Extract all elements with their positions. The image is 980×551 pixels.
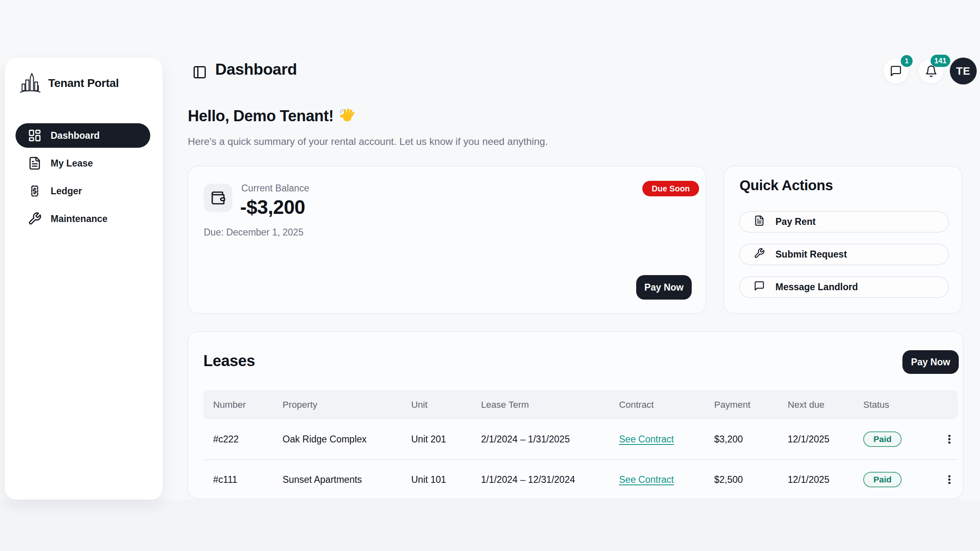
lease-unit: Unit 101	[411, 474, 481, 485]
quick-actions-title: Quick Actions	[739, 177, 833, 193]
sidebar-item-ledger[interactable]: Ledger	[16, 179, 150, 203]
quick-actions-card: Quick Actions Pay Rent Submit Request Me…	[723, 166, 962, 314]
wave-emoji	[339, 107, 356, 125]
column-header-payment: Payment	[714, 400, 788, 410]
message-icon	[754, 280, 765, 294]
greeting-subtitle: Here's a quick summary of your rental ac…	[188, 136, 548, 147]
leases-card: Leases Pay Now Number Property Unit Leas…	[187, 331, 964, 499]
submit-request-button[interactable]: Submit Request	[739, 244, 949, 265]
due-soon-badge: Due Soon	[642, 181, 699, 196]
action-label: Pay Rent	[775, 216, 815, 227]
pay-now-button[interactable]: Pay Now	[636, 275, 692, 300]
file-text-icon	[28, 156, 42, 170]
lease-term: 1/1/2024 – 12/31/2024	[481, 474, 619, 485]
file-text-icon	[754, 215, 765, 229]
kebab-menu-icon	[943, 473, 956, 487]
panel-left-icon	[192, 65, 207, 80]
leases-title: Leases	[203, 352, 255, 370]
lease-row: #c111 Sunset Apartments Unit 101 1/1/202…	[203, 459, 958, 499]
column-header-contract: Contract	[619, 400, 714, 410]
column-header-number: Number	[213, 400, 283, 410]
lease-number: #c111	[213, 474, 283, 485]
status-badge: Paid	[863, 431, 902, 447]
lease-unit: Unit 201	[411, 434, 481, 445]
leases-table: Number Property Unit Lease Term Contract…	[203, 390, 958, 499]
messages-count-badge: 1	[901, 55, 913, 67]
lease-term: 2/1/2024 – 1/31/2025	[481, 434, 619, 445]
see-contract-link[interactable]: See Contract	[619, 474, 674, 485]
wrench-icon	[754, 248, 765, 261]
leases-pay-now-button[interactable]: Pay Now	[902, 350, 959, 374]
sidebar-item-label: Dashboard	[51, 130, 100, 141]
layout-dashboard-icon	[28, 129, 42, 142]
action-label: Submit Request	[775, 249, 847, 260]
wallet-icon-tile	[204, 184, 232, 212]
tenant-portal-app: Tenant Portal Dashboard My Lease Ledger	[0, 0, 980, 551]
sidebar-item-dashboard[interactable]: Dashboard	[16, 123, 150, 148]
brand-name: Tenant Portal	[48, 77, 119, 90]
greeting-title: Hello, Demo Tenant!	[188, 107, 334, 125]
sidebar-toggle-button[interactable]	[190, 63, 209, 82]
wrench-icon	[28, 212, 42, 226]
sidebar-item-label: My Lease	[51, 158, 93, 169]
message-landlord-button[interactable]: Message Landlord	[739, 276, 949, 298]
column-header-next-due: Next due	[788, 400, 863, 410]
action-label: Message Landlord	[775, 282, 858, 293]
sidebar-nav: Dashboard My Lease Ledger Maintenance	[16, 123, 150, 231]
greeting: Hello, Demo Tenant!	[188, 107, 356, 125]
balance-due-date: Due: December 1, 2025	[204, 227, 303, 238]
row-menu-button[interactable]	[941, 469, 958, 490]
lease-payment: $2,500	[714, 474, 788, 485]
lease-row: #c222 Oak Ridge Complex Unit 201 2/1/202…	[203, 419, 958, 459]
lease-payment: $3,200	[714, 434, 788, 445]
kebab-menu-icon	[943, 432, 956, 446]
column-header-property: Property	[283, 400, 411, 410]
wallet-icon	[210, 190, 226, 206]
pay-rent-button[interactable]: Pay Rent	[739, 211, 949, 233]
sidebar-item-my-lease[interactable]: My Lease	[16, 151, 150, 176]
balance-label: Current Balance	[241, 183, 309, 194]
user-avatar[interactable]: TE	[950, 58, 977, 84]
lease-next-due: 12/1/2025	[788, 474, 863, 485]
sidebar-item-label: Maintenance	[51, 213, 107, 224]
notifications-count-badge: 141	[931, 55, 950, 67]
lease-property: Oak Ridge Complex	[283, 434, 411, 445]
leases-table-header: Number Property Unit Lease Term Contract…	[203, 390, 958, 419]
lease-next-due: 12/1/2025	[788, 434, 863, 445]
lease-property: Sunset Apartments	[283, 474, 411, 485]
sidebar-item-label: Ledger	[51, 186, 82, 197]
row-menu-button[interactable]	[941, 429, 958, 449]
sidebar: Tenant Portal Dashboard My Lease Ledger	[5, 58, 163, 500]
see-contract-link[interactable]: See Contract	[619, 434, 674, 445]
brand: Tenant Portal	[20, 72, 119, 95]
balance-amount: -$3,200	[240, 196, 305, 218]
lease-number: #c222	[213, 434, 283, 445]
message-icon	[890, 65, 902, 77]
column-header-status: Status	[863, 400, 941, 410]
city-buildings-logo-icon	[20, 72, 41, 95]
status-badge: Paid	[863, 472, 902, 487]
column-header-unit: Unit	[411, 400, 481, 410]
column-header-lease-term: Lease Term	[481, 400, 619, 410]
window-bottom-strip	[0, 500, 980, 551]
page-title: Dashboard	[215, 60, 297, 78]
receipt-icon	[28, 184, 42, 198]
current-balance-card: Current Balance -$3,200 Due: December 1,…	[187, 166, 706, 314]
sidebar-item-maintenance[interactable]: Maintenance	[16, 207, 150, 231]
